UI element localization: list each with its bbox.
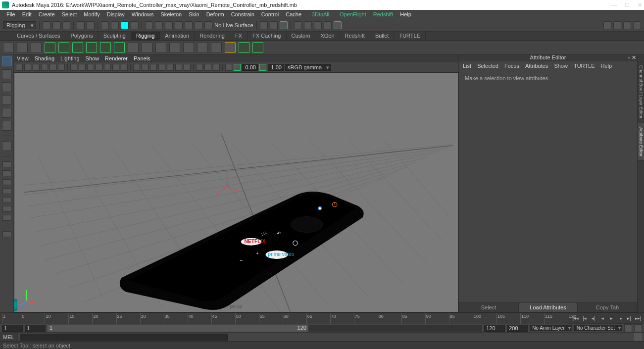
shelf-tab-turtle[interactable]: TURTLE bbox=[394, 32, 426, 40]
shelf-tab-bullet[interactable]: Bullet bbox=[370, 32, 395, 40]
prefs-icon[interactable] bbox=[634, 324, 642, 332]
shelf-paintweights-icon[interactable] bbox=[72, 42, 83, 53]
menu-set-dropdown[interactable]: Rigging bbox=[3, 21, 36, 29]
shelf-wrap-icon[interactable] bbox=[155, 42, 166, 53]
smooth-shade-icon[interactable] bbox=[142, 64, 149, 71]
ae-select-button[interactable]: Select bbox=[459, 302, 518, 312]
menu-skin[interactable]: Skin bbox=[185, 11, 202, 17]
shelf-tab-redshift[interactable]: Redshift bbox=[340, 32, 370, 40]
shadows-icon[interactable] bbox=[184, 64, 191, 71]
lock-camera-icon[interactable] bbox=[24, 64, 31, 71]
panel-menu-shading[interactable]: Shading bbox=[35, 55, 54, 61]
close-button[interactable]: ✕ bbox=[638, 2, 642, 8]
shelf-tab-fx[interactable]: FX bbox=[230, 32, 248, 40]
panel-menu-panels[interactable]: Panels bbox=[134, 55, 150, 61]
shelf-rigid-icon[interactable] bbox=[100, 42, 111, 53]
menu-edit[interactable]: Edit bbox=[19, 11, 35, 17]
new-scene-icon[interactable] bbox=[43, 21, 50, 29]
ae-undock-icon[interactable]: ▫ ✕ bbox=[628, 54, 636, 61]
panel-menu-lighting[interactable]: Lighting bbox=[60, 55, 80, 61]
open-scene-icon[interactable] bbox=[52, 21, 60, 29]
scale-tool-icon[interactable] bbox=[2, 121, 12, 131]
shelf-cluster-icon[interactable] bbox=[114, 42, 125, 53]
anim-layer-dropdown[interactable]: No Anim Layer bbox=[530, 325, 572, 331]
menu-help[interactable]: Help bbox=[396, 11, 415, 17]
save-scene-icon[interactable] bbox=[62, 21, 70, 29]
shelf-tab-curves[interactable]: Curves / Surfaces bbox=[12, 32, 65, 40]
grid-icon[interactable] bbox=[70, 64, 77, 71]
menu-constrain[interactable]: Constrain bbox=[228, 11, 258, 17]
ae-menu-show[interactable]: Show bbox=[554, 63, 568, 69]
shelf-bindskin-icon[interactable] bbox=[45, 42, 55, 53]
textured-icon[interactable] bbox=[167, 64, 174, 71]
gate-mask-icon[interactable] bbox=[96, 64, 102, 71]
snap-point-icon[interactable] bbox=[165, 21, 173, 29]
construction-history-icon[interactable] bbox=[260, 21, 268, 29]
scene-object-remote[interactable]: ↶ NETFLIX + prime video − bbox=[103, 162, 376, 310]
layout-three-icon[interactable] bbox=[2, 197, 11, 203]
isolate-select-icon[interactable] bbox=[196, 64, 203, 71]
exposure-field[interactable]: 0.00 bbox=[242, 64, 258, 71]
shelf-tab-sculpting[interactable]: Sculpting bbox=[99, 32, 131, 40]
redo-icon[interactable] bbox=[87, 21, 95, 29]
maya-home-icon[interactable] bbox=[14, 299, 17, 311]
rotate-tool-icon[interactable] bbox=[2, 108, 12, 118]
last-tool-icon[interactable] bbox=[2, 141, 12, 151]
snap-grid-icon[interactable] bbox=[145, 21, 153, 29]
layout-outliner-icon[interactable] bbox=[2, 206, 11, 212]
select-tool-icon[interactable] bbox=[2, 56, 12, 66]
wireframe-icon[interactable] bbox=[133, 64, 140, 71]
time-slider[interactable]: 1510152025303540455055606570758085909510… bbox=[0, 312, 644, 323]
ae-load-attributes-button[interactable]: Load Attributes bbox=[518, 302, 578, 312]
step-forward-icon[interactable]: |▸ bbox=[616, 314, 624, 322]
render-setup-icon[interactable] bbox=[334, 21, 342, 29]
select-camera-icon[interactable] bbox=[16, 64, 23, 71]
shelf-tab-animation[interactable]: Animation bbox=[160, 32, 195, 40]
render-view-icon[interactable] bbox=[280, 21, 288, 29]
safe-action-icon[interactable] bbox=[112, 64, 119, 71]
script-editor-icon[interactable] bbox=[634, 333, 642, 341]
snap-live-icon[interactable] bbox=[185, 21, 193, 29]
layout-two-side-icon[interactable] bbox=[2, 179, 11, 185]
play-forward-icon[interactable]: ▸ bbox=[607, 314, 615, 322]
character-set-dropdown[interactable]: No Character Set bbox=[574, 325, 622, 331]
menu-file[interactable]: File bbox=[3, 11, 19, 17]
layout-custom-icon[interactable] bbox=[2, 231, 11, 237]
command-input[interactable] bbox=[20, 334, 228, 341]
script-lang-button[interactable]: MEL bbox=[0, 333, 18, 341]
shelf-point-icon[interactable] bbox=[239, 42, 249, 53]
select-by-component-icon[interactable] bbox=[121, 21, 129, 29]
menu-3dtoall[interactable]: - 3DtoAll - bbox=[305, 11, 336, 17]
minimize-button[interactable]: — bbox=[611, 2, 617, 8]
ipr-render-icon[interactable] bbox=[304, 21, 312, 29]
xray-icon[interactable] bbox=[204, 64, 211, 71]
range-start-outer-field[interactable]: 1 bbox=[2, 325, 23, 332]
gamma-toggle-icon[interactable] bbox=[234, 64, 241, 71]
select-by-hierarchy-icon[interactable] bbox=[101, 21, 109, 29]
use-lights-icon[interactable] bbox=[175, 64, 182, 71]
shelf-lattice-icon[interactable] bbox=[128, 42, 139, 53]
menu-cache[interactable]: Cache bbox=[282, 11, 305, 17]
shelf-tab-custom[interactable]: Custom bbox=[287, 32, 316, 40]
xray-joints-icon[interactable] bbox=[213, 64, 220, 71]
menu-redshift[interactable]: Redshift bbox=[370, 11, 396, 17]
gamma-field[interactable]: 1.00 bbox=[268, 64, 284, 71]
ae-copy-tab-button[interactable]: Copy Tab bbox=[578, 302, 637, 312]
shelf-wire-icon[interactable] bbox=[183, 42, 194, 53]
panel-layout-1-icon[interactable] bbox=[603, 21, 611, 29]
side-tab-channelbox[interactable]: Channel Box / Layer Editor bbox=[638, 61, 644, 123]
image-plane-icon[interactable] bbox=[41, 64, 48, 71]
shelf-tab-polygons[interactable]: Polygons bbox=[65, 32, 98, 40]
menu-display[interactable]: Display bbox=[103, 11, 128, 17]
panel-layout-2-icon[interactable] bbox=[613, 21, 621, 29]
shelf-orient-icon[interactable] bbox=[252, 42, 263, 53]
shelf-blendshape-icon[interactable] bbox=[142, 42, 152, 53]
wire-on-shaded-icon[interactable] bbox=[158, 64, 165, 71]
shelf-tab-fxcaching[interactable]: FX Caching bbox=[248, 32, 286, 40]
panel-menu-renderer[interactable]: Renderer bbox=[105, 55, 128, 61]
shelf-nonlinear-icon[interactable] bbox=[169, 42, 180, 53]
undo-icon[interactable] bbox=[77, 21, 85, 29]
use-default-mat-icon[interactable] bbox=[150, 64, 157, 71]
go-end-icon[interactable]: ▸▸| bbox=[634, 314, 642, 322]
auto-key-icon[interactable] bbox=[624, 324, 632, 332]
